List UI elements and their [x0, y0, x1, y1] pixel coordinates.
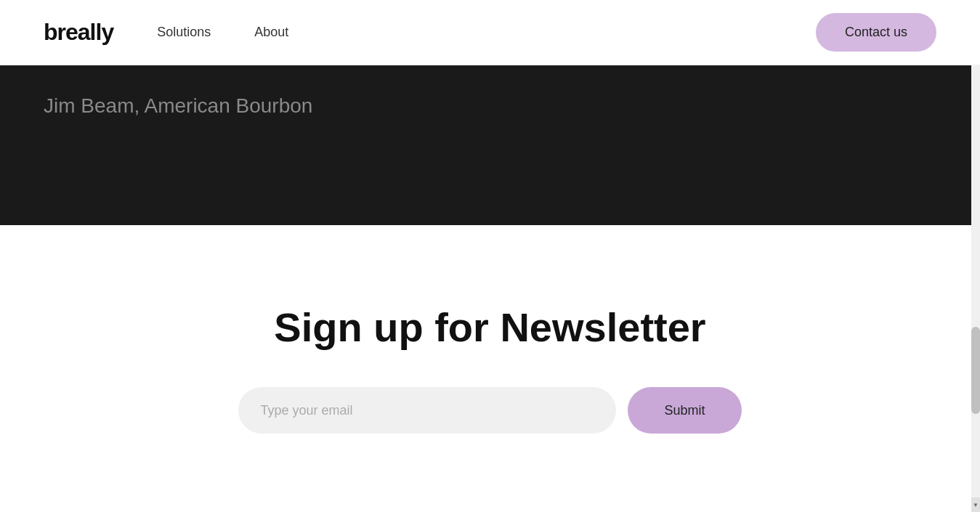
quote-text: Jim Beam, American Bourbon	[44, 94, 312, 118]
dark-section: Jim Beam, American Bourbon	[0, 65, 980, 225]
navbar-left: breally Solutions About	[44, 19, 816, 46]
nav-links: Solutions About	[157, 25, 288, 40]
newsletter-form: Submit	[0, 387, 980, 434]
scrollbar-track: ▲ ▼	[971, 0, 980, 512]
contact-us-button[interactable]: Contact us	[816, 13, 936, 52]
logo[interactable]: breally	[44, 19, 113, 46]
submit-button[interactable]: Submit	[628, 387, 741, 434]
newsletter-section: Sign up for Newsletter Submit	[0, 225, 980, 512]
scrollbar-thumb[interactable]	[971, 327, 980, 414]
nav-link-solutions[interactable]: Solutions	[157, 25, 211, 40]
scroll-arrow-down[interactable]: ▼	[971, 497, 980, 512]
email-input[interactable]	[238, 387, 616, 434]
navbar: breally Solutions About Contact us	[0, 0, 980, 65]
nav-link-about[interactable]: About	[254, 25, 288, 40]
newsletter-title: Sign up for Newsletter	[274, 304, 705, 351]
